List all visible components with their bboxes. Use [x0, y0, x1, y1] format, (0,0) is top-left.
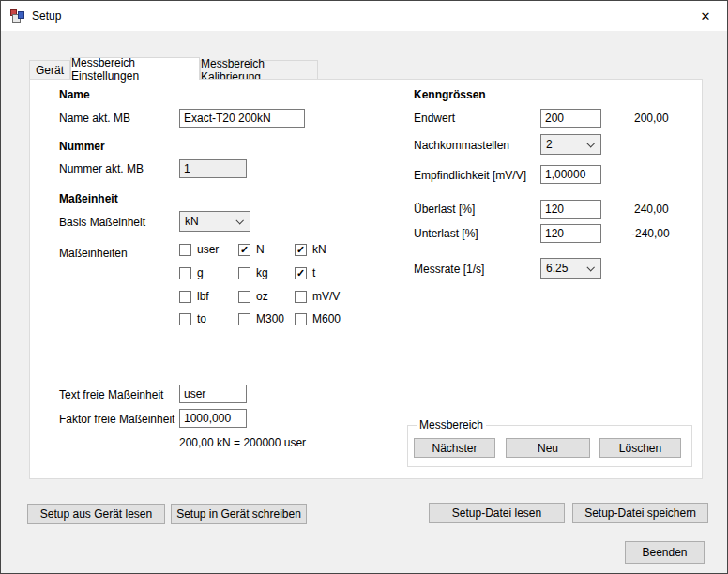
unterlast-label: Unterlast [%] — [414, 227, 478, 240]
unit-checkbox-user[interactable]: user — [179, 243, 219, 256]
unit-checkbox-m600[interactable]: M600 — [295, 312, 341, 325]
nummer-akt-mb-input[interactable] — [179, 159, 247, 178]
setup-datei-lesen-button[interactable]: Setup-Datei lesen — [429, 503, 565, 523]
text-freie-masseinheit-label: Text freie Maßeinheit — [59, 388, 163, 401]
beenden-button[interactable]: Beenden — [625, 541, 705, 564]
checkbox-box — [238, 313, 250, 325]
app-icon-blue-square — [18, 11, 24, 19]
endwert-display-value: 200,00 — [634, 112, 669, 125]
checkbox-box — [179, 244, 191, 256]
nummer-akt-mb-label: Nummer akt. MB — [59, 162, 144, 175]
setup-datei-speichern-button[interactable]: Setup-Datei speichern — [572, 503, 708, 523]
neu-button[interactable]: Neu — [506, 438, 590, 458]
unit-checkbox-kg[interactable]: kg — [238, 266, 268, 279]
empfindlichkeit-input[interactable] — [540, 165, 601, 184]
ueberlast-label: Überlast [%] — [414, 203, 475, 216]
checkbox-box — [179, 313, 191, 325]
checkbox-box — [295, 291, 307, 303]
empfindlichkeit-label: Empfindlichkeit [mV/V] — [414, 169, 526, 182]
checkbox-box: ✓ — [295, 244, 307, 256]
kenngroessen-section-header: Kenngrössen — [414, 88, 486, 101]
titlebar: Setup ✕ — [1, 1, 727, 31]
tab-messbereich-kalibrierung[interactable]: Messbereich Kalibrierung — [200, 60, 318, 80]
nachkommastellen-value: 2 — [546, 138, 553, 151]
unit-checkbox-t[interactable]: ✓t — [295, 266, 315, 279]
endwert-label: Endwert — [414, 112, 455, 125]
checkbox-box — [238, 291, 250, 303]
name-akt-mb-label: Name akt. MB — [59, 112, 130, 125]
unit-checkbox-oz[interactable]: oz — [238, 290, 268, 303]
unit-checkbox-g[interactable]: g — [179, 266, 204, 279]
app-icon — [10, 8, 25, 23]
checkbox-box — [179, 291, 191, 303]
checkbox-box — [238, 267, 250, 279]
close-icon[interactable]: ✕ — [684, 1, 727, 31]
masseinheit-section-header: Maßeinheit — [59, 192, 118, 205]
tab-messbereich-einstellungen[interactable]: Messbereich Einstellungen — [70, 57, 200, 80]
ueberlast-display-value: 240,00 — [634, 203, 669, 216]
masseinheiten-label: Maßeinheiten — [59, 247, 128, 260]
messrate-select[interactable]: 6.25 — [540, 258, 601, 279]
endwert-input[interactable] — [540, 109, 601, 128]
setup-in-geraet-schreiben-button[interactable]: Setup in Gerät schreiben — [171, 504, 307, 524]
unit-checkbox-lbf[interactable]: lbf — [179, 290, 209, 303]
name-section-header: Name — [59, 88, 90, 101]
unit-checkbox-m300[interactable]: M300 — [238, 312, 284, 325]
conversion-text: 200,00 kN = 200000 user — [179, 436, 306, 449]
chevron-down-icon — [586, 264, 594, 271]
name-akt-mb-input[interactable] — [179, 109, 305, 128]
messrate-value: 6.25 — [546, 262, 568, 275]
naechster-button[interactable]: Nächster — [414, 438, 495, 458]
faktor-freie-masseinheit-label: Faktor freie Maßeinheit — [59, 413, 174, 426]
basis-masseinheit-select[interactable]: kN — [179, 211, 250, 232]
window-title: Setup — [32, 9, 61, 23]
checkbox-box: ✓ — [238, 244, 250, 256]
unit-checkbox-n[interactable]: ✓N — [238, 243, 265, 256]
basis-masseinheit-value: kN — [185, 215, 199, 228]
text-freie-masseinheit-input[interactable] — [179, 385, 247, 403]
unit-checkbox-to[interactable]: to — [179, 312, 206, 325]
unit-checkbox-kn[interactable]: ✓kN — [295, 243, 326, 256]
faktor-freie-masseinheit-input[interactable] — [179, 409, 247, 428]
setup-dialog: Setup ✕ Gerät Messbereich Einstellungen … — [0, 0, 728, 574]
ueberlast-input[interactable] — [540, 200, 601, 219]
nachkommastellen-select[interactable]: 2 — [540, 134, 601, 155]
setup-aus-geraet-lesen-button[interactable]: Setup aus Gerät lesen — [27, 504, 165, 524]
chevron-down-icon — [586, 140, 594, 147]
nummer-section-header: Nummer — [59, 140, 105, 153]
unterlast-input[interactable] — [540, 224, 601, 243]
unit-checkbox-mvv[interactable]: mV/V — [295, 290, 340, 303]
loeschen-button[interactable]: Löschen — [599, 438, 681, 458]
checkbox-box: ✓ — [295, 267, 307, 279]
messrate-label: Messrate [1/s] — [414, 263, 484, 276]
unterlast-display-value: -240,00 — [631, 227, 670, 240]
checkbox-box — [295, 313, 307, 325]
checkbox-box — [179, 267, 191, 279]
tab-geraet[interactable]: Gerät — [29, 60, 70, 80]
basis-masseinheit-label: Basis Maßeinheit — [59, 216, 145, 229]
chevron-down-icon — [235, 217, 243, 224]
messbereich-groupbox-title: Messbereich — [417, 418, 486, 431]
nachkommastellen-label: Nachkommastellen — [414, 139, 509, 152]
